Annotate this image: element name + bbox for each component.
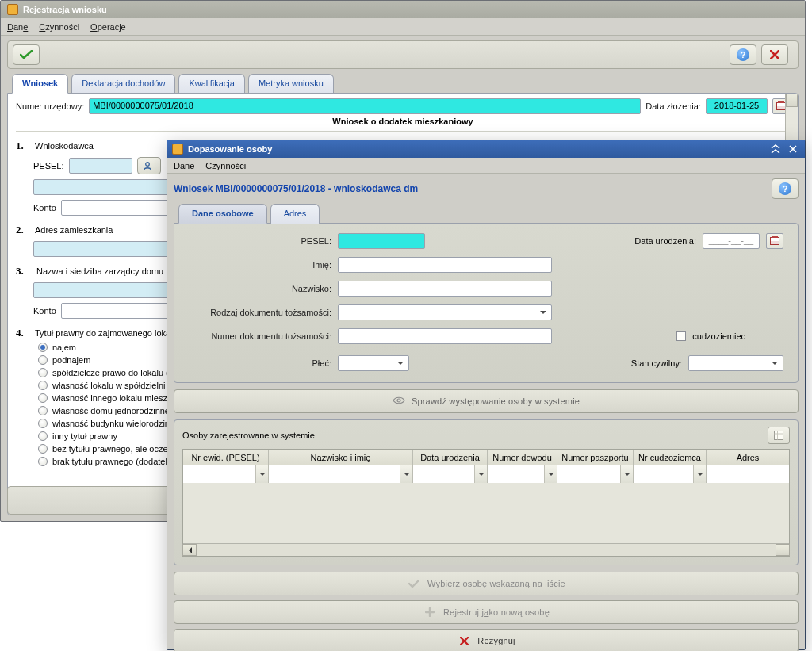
modal-tabstrip: Dane osobowe Adres <box>167 199 805 224</box>
help-button[interactable]: ? <box>730 44 756 65</box>
main-window-title: Rejestracja wniosku <box>23 5 107 14</box>
col-nr-dowodu[interactable]: Numer dowodu <box>488 450 557 465</box>
zarzadca-input[interactable] <box>33 282 176 298</box>
tab-deklaracja[interactable]: Deklaracja dochodów <box>71 74 175 94</box>
menu-czynnosci[interactable]: Czynności <box>39 22 79 32</box>
eye-icon <box>393 396 405 406</box>
filter-nr-dowodu[interactable] <box>488 465 544 483</box>
data-urodzenia-input[interactable]: ____-__-__ <box>703 233 760 249</box>
wnioskodawca-name-input[interactable] <box>33 179 176 195</box>
filter-dd-data-ur[interactable] <box>474 465 487 483</box>
grid-hscroll[interactable] <box>183 543 789 556</box>
window-maximize-button[interactable] <box>768 143 783 155</box>
filter-nr-ewid[interactable] <box>183 465 255 483</box>
modal-help-button[interactable]: ? <box>772 178 799 199</box>
pesel-input[interactable] <box>338 233 425 249</box>
filter-nazwisko[interactable] <box>269 465 400 483</box>
rezygnuj-button[interactable]: Rezygnuj <box>174 629 799 651</box>
cudzoziemiec-checkbox[interactable] <box>676 331 686 341</box>
radio-dot-icon <box>38 355 48 365</box>
grid-table: Nr ewid. (PESEL) Nazwisko i imię Data ur… <box>182 449 790 557</box>
nazwisko-label: Nazwisko: <box>189 284 331 293</box>
filter-dd-nr-paszportu[interactable] <box>620 465 633 483</box>
pesel-input-main[interactable] <box>69 158 132 174</box>
pesel-lookup-button[interactable] <box>137 157 161 174</box>
konto-input-2[interactable] <box>61 303 172 319</box>
stan-cywilny-select[interactable] <box>688 355 783 371</box>
rodzaj-dok-label: Rodzaj dokumentu tożsamości: <box>189 308 331 317</box>
modal-menu-dane[interactable]: Dane <box>174 161 194 170</box>
sec1-num: 1. <box>16 140 30 152</box>
konto-label-1: Konto <box>33 203 56 213</box>
filter-dd-nr-dowodu[interactable] <box>544 465 557 483</box>
person-search-icon <box>144 161 155 170</box>
main-titlebar: Rejestracja wniosku <box>1 1 805 18</box>
modal-menubar: Dane Czynności <box>167 158 805 174</box>
check-icon <box>20 50 33 59</box>
close-icon <box>789 145 797 153</box>
tab-kwalifikacja[interactable]: Kwalifikacja <box>178 74 244 94</box>
main-toolbar: ? <box>7 40 799 69</box>
modal-titlebar: Dopasowanie osoby <box>167 140 805 158</box>
filter-dd-nazwisko[interactable] <box>400 465 412 483</box>
pesel-label-main: PESEL: <box>33 161 64 170</box>
check-person-button[interactable]: Sprawdź występowanie osoby w systemie <box>174 389 799 413</box>
imie-input[interactable] <box>338 257 552 273</box>
col-nazwisko[interactable]: Nazwisko i imię <box>269 450 413 465</box>
wybierz-osobe-button[interactable]: Wybierz osobę wskazaną na liście <box>174 572 799 595</box>
radio-dot-icon <box>38 457 48 466</box>
numer-dok-input[interactable] <box>338 328 552 344</box>
numer-urz-input[interactable]: MBI/0000000075/01/2018 <box>89 98 641 114</box>
numer-dok-label: Numer dokumentu tożsamości: <box>189 331 331 341</box>
rodzaj-dok-select[interactable] <box>338 304 552 320</box>
menu-operacje[interactable]: Operacje <box>90 22 126 32</box>
tab-metryka[interactable]: Metryka wniosku <box>248 74 334 94</box>
col-adres[interactable]: Adres <box>707 450 789 465</box>
radio-dot-icon <box>38 343 48 352</box>
konto-label-2: Konto <box>33 306 56 316</box>
plec-label: Płeć: <box>189 358 331 368</box>
modal-action-buttons: Wybierz osobę wskazaną na liście Rejestr… <box>174 572 799 651</box>
plec-select[interactable] <box>338 355 409 371</box>
data-urodzenia-calendar-button[interactable] <box>766 233 783 249</box>
window-close-button[interactable] <box>786 143 800 155</box>
sec2-num: 2. <box>16 224 30 236</box>
tab-wniosek[interactable]: Wniosek <box>12 74 68 94</box>
help-icon: ? <box>737 48 749 61</box>
sec2-label: Adres zamieszkania <box>35 225 113 235</box>
close-button[interactable] <box>761 44 788 65</box>
filter-dd-nr-cudz[interactable] <box>693 465 706 483</box>
filter-adres[interactable] <box>707 465 789 483</box>
radio-dot-icon <box>38 419 48 428</box>
main-menubar: Dane Czynności Operacje <box>1 18 805 36</box>
dane-osobowe-panel: PESEL: Data urodzenia: ____-__-__ Imię: … <box>174 223 799 383</box>
app-icon <box>7 4 18 15</box>
data-urodzenia-label: Data urodzenia: <box>634 236 696 246</box>
filter-dd-nr-ewid[interactable] <box>255 465 268 483</box>
konto-input-1[interactable] <box>61 200 172 216</box>
col-nr-paszportu[interactable]: Numer paszportu <box>557 450 634 465</box>
grid-options-button[interactable] <box>768 427 790 444</box>
confirm-button[interactable] <box>13 44 40 65</box>
adres-input[interactable] <box>33 241 176 257</box>
rejestruj-nowa-button[interactable]: Rejestruj jako nową osobę <box>174 600 799 624</box>
col-data-ur[interactable]: Data urodzenia <box>413 450 488 465</box>
menu-dane[interactable]: Dane <box>7 22 28 32</box>
data-zlozenia-input[interactable]: 2018-01-25 <box>706 98 768 114</box>
tab-dane-osobowe[interactable]: Dane osobowe <box>178 204 267 224</box>
filter-nr-paszportu[interactable] <box>557 465 620 483</box>
radio-dot-icon <box>38 393 48 403</box>
help-icon: ? <box>779 182 791 195</box>
col-nr-ewid[interactable]: Nr ewid. (PESEL) <box>183 450 269 465</box>
filter-data-ur[interactable] <box>413 465 474 483</box>
sec1-label: Wnioskodawca <box>35 141 94 151</box>
numer-urz-label: Numer urzędowy: <box>16 101 84 111</box>
sec4-num: 4. <box>16 327 30 339</box>
form-title: Wniosek o dodatek mieszkaniowy <box>16 113 790 132</box>
pesel-label: PESEL: <box>189 236 331 246</box>
filter-nr-cudz[interactable] <box>634 465 693 483</box>
tab-adres[interactable]: Adres <box>270 204 320 224</box>
nazwisko-input[interactable] <box>338 281 552 297</box>
modal-menu-czynnosci[interactable]: Czynności <box>205 161 246 170</box>
col-nr-cudz[interactable]: Nr cudzoziemca <box>634 450 707 465</box>
